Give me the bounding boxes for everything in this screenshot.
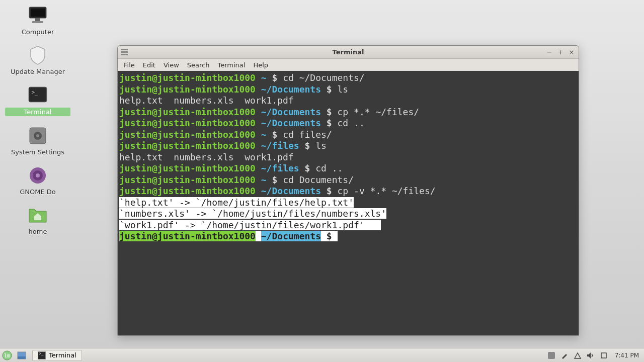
task-label: Terminal [49,351,76,359]
minimize-button[interactable]: − [544,47,554,56]
svg-rect-13 [121,51,128,53]
terminal-window: Terminal − + × File Edit View Search Ter… [117,45,579,336]
clock[interactable]: 7:41 PM [615,352,639,359]
volume-icon[interactable] [587,351,595,359]
start-menu-button[interactable]: lm [0,348,14,363]
titlebar[interactable]: Terminal − + × [118,46,579,59]
maximize-button[interactable]: + [555,47,566,56]
terminal-icon: >_ [27,84,48,106]
desktop-icon-system-settings[interactable]: System Settings [5,125,70,156]
window-title: Terminal [118,48,579,56]
tray-icon[interactable] [547,351,555,359]
color-picker-icon[interactable] [560,351,569,359]
desktop-icon-label: Terminal [5,108,70,116]
computer-icon [27,5,48,26]
desktop-icon-gnome-do[interactable]: GNOME Do [5,165,70,196]
system-tray: 7:41 PM [547,351,644,359]
svg-text:>_: >_ [32,89,38,96]
terminal-body[interactable]: justin@justin-mintbox1000 ~ $ cd ~/Docum… [118,71,579,335]
menubar: File Edit View Search Terminal Help [118,59,579,71]
menu-edit[interactable]: Edit [139,60,159,70]
svg-rect-19 [548,352,555,359]
show-desktop-button[interactable] [16,350,27,361]
menu-terminal[interactable]: Terminal [213,60,249,70]
desktop-icon-home[interactable]: home [5,205,70,235]
svg-point-8 [36,134,39,137]
taskbar: lm Terminal 7:41 PM [0,348,644,362]
shield-icon [27,45,48,66]
desktop-icon-update-manager[interactable]: Update Manager [5,45,70,75]
taskbar-task-terminal[interactable]: Terminal [32,350,82,361]
folder-home-icon [27,205,48,226]
svg-rect-18 [18,356,26,359]
desktop: Computer Update Manager >_ Terminal Syst… [5,5,70,244]
desktop-icon-label: Update Manager [5,68,70,75]
menu-help[interactable]: Help [249,60,272,70]
gnome-do-icon [27,165,48,186]
svg-rect-3 [32,21,43,23]
menu-file[interactable]: File [120,60,139,70]
desktop-icon-computer[interactable]: Computer [5,5,70,36]
svg-rect-14 [121,54,128,55]
desktop-icon-label: System Settings [5,148,70,156]
terminal-icon [38,351,46,359]
desktop-icon-label: home [5,228,70,235]
svg-point-11 [36,173,40,177]
desktop-icon-label: Computer [5,28,70,36]
menu-search[interactable]: Search [183,60,214,70]
terminal-content[interactable]: justin@justin-mintbox1000 ~ $ cd ~/Docum… [119,72,577,334]
desktop-icon-terminal[interactable]: >_ Terminal [5,84,70,116]
window-controls: − + × [544,47,577,56]
svg-rect-1 [31,9,45,17]
tray-icon[interactable] [600,351,608,359]
svg-rect-2 [35,18,40,21]
svg-rect-12 [121,49,128,50]
system-menu-icon[interactable] [121,48,128,55]
menu-view[interactable]: View [159,60,183,70]
settings-icon [27,125,48,146]
svg-rect-20 [601,353,606,358]
close-button[interactable]: × [567,47,577,56]
desktop-icon-label: GNOME Do [5,188,70,196]
svg-text:lm: lm [4,353,10,358]
network-icon[interactable] [574,351,582,359]
